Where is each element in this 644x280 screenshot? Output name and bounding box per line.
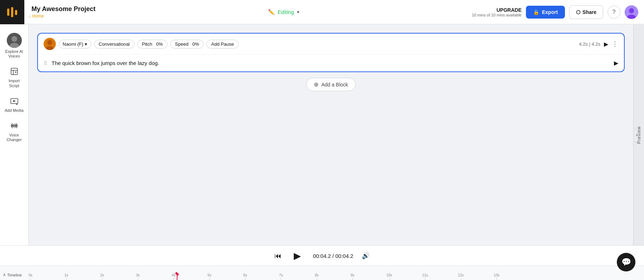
help-button[interactable]: ? [608,6,620,19]
volume-icon: 🔊 [362,252,370,259]
speed-button[interactable]: Speed 0% [170,40,204,49]
svg-point-7 [11,36,17,42]
timeline-area[interactable]: ∧ Timeline 0s1s2s3s4s5s6s7s8s9s10s11s12s… [0,266,644,280]
timeline-tick: 1s [64,273,68,280]
voice-block-text: ⠿ The quick brown fox jumps over the laz… [38,55,624,71]
block-play-button[interactable]: ▶ [604,41,608,48]
share-label: Share [582,9,596,15]
logo-icon [6,6,19,19]
chat-icon: 💬 [621,258,631,267]
block-duration: 4.2s | 4.2s [579,41,600,47]
timeline-text: Timeline [7,273,22,277]
timeline-tick-line [352,278,353,280]
breadcrumb[interactable]: ⌂ Home [29,14,96,19]
upgrade-section: UPGRADE 10 mins of 10 mins available [472,7,522,17]
timeline-tick: 3s [136,273,140,280]
timeline-tick: 11s [422,273,428,280]
sidebar-item-explore-voices[interactable]: Explore AIVoices [1,30,27,61]
timeline-tick-label: 12s [458,273,464,277]
timeline-ruler: 0s1s2s3s4s5s6s7s8s9s10s11s12s13s [29,266,644,280]
preview-panel: › Preview [633,24,644,245]
timeline-tick-label: 5s [208,273,211,277]
project-title: My Awesome Project [31,5,96,13]
add-block-label: Add a Block [321,82,348,88]
add-pause-button[interactable]: Add Pause [206,40,239,49]
time-display: 00:04.2 / 00:04.2 [313,253,353,259]
timeline-tick-line [425,278,425,280]
volume-button[interactable]: 🔊 [362,252,370,260]
topbar-right: UPGRADE 10 mins of 10 mins available 🔒 E… [472,5,638,19]
voice-style-button[interactable]: Conversational [94,40,135,49]
avatar[interactable] [625,5,638,19]
chat-button[interactable]: 💬 [617,253,635,271]
speed-label: Speed [175,41,189,47]
topbar: My Awesome Project ⌂ Home ✏️ Editing ▾ U… [0,0,644,24]
block-text-content[interactable]: The quick brown fox jumps over the lazy … [52,60,610,66]
timeline-tick-line [30,278,31,280]
timeline-tick-line [389,278,390,280]
play-pause-button[interactable]: ▶ [290,249,304,263]
total-time: 00:04.2 [335,253,353,259]
timeline-tick-line [317,278,317,280]
import-script-icon [10,67,19,77]
editing-chevron-icon[interactable]: ▾ [297,9,299,15]
drag-handle-icon[interactable]: ⠿ [44,60,47,66]
sidebar-item-add-media[interactable]: Add Media [1,94,27,116]
share-button[interactable]: ⬡ Share [569,5,603,19]
skip-back-icon: ⏮ [274,252,282,260]
timeline-tick-line [209,278,210,280]
timeline-tick: 8s [315,273,319,280]
voice-block-header: Naomi (F) ▾ Conversational Pitch 0% Spee… [38,34,624,55]
add-pause-label: Add Pause [211,41,234,47]
bottom-area: ⏮ ▶ 00:04.2 / 00:04.2 🔊 ∧ Timeline 0s1s2… [0,245,644,280]
main-layout: Explore AIVoices ImportScript [0,24,644,245]
export-label: Export [542,9,558,15]
speed-value: 0% [192,41,199,47]
skip-back-button[interactable]: ⏮ [274,252,282,260]
timeline-tick-label: 0s [29,273,33,277]
export-button[interactable]: 🔒 Export [526,6,565,19]
breadcrumb-home: Home [32,14,44,19]
add-media-icon [10,97,19,107]
lock-icon: 🔒 [533,9,539,15]
sidebar: Explore AIVoices ImportScript [0,24,29,245]
timeline-tick-label: 7s [279,273,283,277]
timeline-tick: 9s [351,273,355,280]
sidebar-item-import-script[interactable]: ImportScript [1,64,27,91]
timeline-tick-label: 4s [172,273,176,277]
upgrade-subtitle: 10 mins of 10 mins available [472,13,522,17]
text-play-icon: ▶ [614,60,618,66]
pitch-button[interactable]: Pitch 0% [137,40,168,49]
timeline-tick-label: 1s [64,273,68,277]
preview-label: Preview [636,126,641,144]
voice-selector-button[interactable]: Naomi (F) ▾ [59,40,91,49]
home-icon: ⌂ [29,14,31,18]
timeline-tick-line [174,278,174,280]
sidebar-item-voice-changer[interactable]: VoiceChanger [1,119,27,145]
timeline-label[interactable]: ∧ Timeline [3,272,22,277]
timeline-tick-label: 3s [136,273,140,277]
timeline-tick-line [497,278,497,280]
svg-rect-9 [11,68,18,75]
svg-rect-1 [11,7,13,17]
add-block-button[interactable]: ⊕ Add a Block [306,78,356,91]
timeline-tick: 0s [29,273,33,280]
pitch-label: Pitch [142,41,152,47]
block-more-button[interactable]: ⋮ [612,41,618,47]
block-text-play-button[interactable]: ▶ [614,60,618,66]
timeline-tick-label: 9s [351,273,355,277]
timeline-tick: 6s [243,273,247,280]
play-pause-icon: ▶ [294,250,301,261]
timeline-tick-line [245,278,245,280]
add-block-plus-icon: ⊕ [314,81,318,88]
voice-changer-icon [10,121,19,131]
add-media-label: Add Media [5,108,24,113]
timeline-tick-label: 13s [494,273,499,277]
chevron-up-icon: ∧ [3,272,6,277]
block-header-right: 4.2s | 4.2s ▶ ⋮ [579,41,618,48]
voice-avatar [44,38,56,50]
pencil-icon: ✏️ [268,9,275,15]
more-icon: ⋮ [612,40,618,48]
timeline-tick-label: 11s [422,273,428,277]
timeline-tick: 10s [386,273,392,280]
